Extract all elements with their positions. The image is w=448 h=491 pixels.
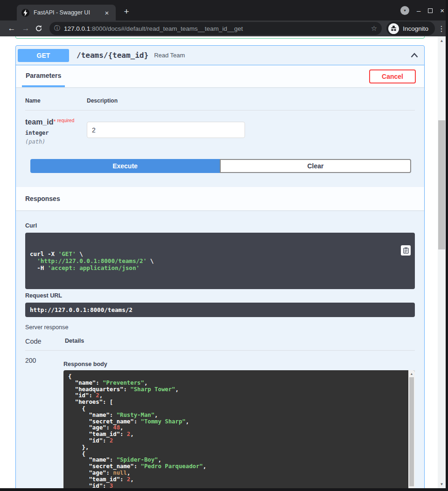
fastapi-favicon-icon xyxy=(21,9,29,17)
window-close-button[interactable]: × xyxy=(440,7,444,14)
endpoint-path: /teams/{team_id} xyxy=(77,51,148,60)
parameters-section-header: Parameters Cancel xyxy=(16,65,424,87)
curl-command: curl -X 'GET' \ 'http://127.0.0.1:8000/t… xyxy=(25,233,415,289)
tab-parameters-label: Parameters xyxy=(26,72,61,79)
scroll-up-icon[interactable]: ▲ xyxy=(408,370,415,375)
url-bar[interactable]: ⓘ 127.0.0.1:8000/docs#/default/read_team… xyxy=(49,22,382,35)
window-edge-bottom xyxy=(0,488,448,491)
responses-body: Curl curl -X 'GET' \ 'http://127.0.0.1:8… xyxy=(16,210,424,491)
page-scroll-up-icon[interactable]: ▲ xyxy=(438,36,446,43)
required-label: required xyxy=(57,118,75,123)
minimize-button[interactable]: – xyxy=(417,7,420,14)
window-edge-right xyxy=(446,0,448,491)
details-column-header: Details xyxy=(65,338,84,345)
response-row: 200 Response body { "name": "Preventers"… xyxy=(25,357,415,491)
clear-button[interactable]: Clear xyxy=(220,159,411,173)
request-url-label: Request URL xyxy=(25,292,415,299)
page-scrollbar[interactable]: ▲ ▼ xyxy=(438,36,446,488)
responses-title: Responses xyxy=(25,195,60,202)
browser-tab[interactable]: FastAPI - Swagger UI × xyxy=(17,5,116,21)
reload-button[interactable] xyxy=(35,25,42,32)
execute-button[interactable]: Execute xyxy=(30,159,220,173)
status-code: 200 xyxy=(25,357,63,491)
team-id-input[interactable] xyxy=(87,122,245,138)
parameters-body: Name Description team_id*required intege… xyxy=(16,87,424,187)
response-scrollbar[interactable]: ▲ xyxy=(408,370,415,491)
parameter-name: team_id xyxy=(25,118,53,126)
response-json: { "name": "Preventers", "headquarters": … xyxy=(63,370,415,491)
tab-title: FastAPI - Swagger UI xyxy=(34,9,103,16)
column-header-name: Name xyxy=(25,97,87,104)
parameter-type: integer xyxy=(25,130,87,136)
copy-to-clipboard-button[interactable] xyxy=(401,245,411,256)
response-body-block: { "name": "Preventers", "headquarters": … xyxy=(63,370,415,491)
previous-endpoint-edge xyxy=(15,36,425,39)
incognito-icon xyxy=(388,23,399,34)
back-button[interactable]: ← xyxy=(5,24,19,33)
method-badge: GET xyxy=(18,49,69,62)
url-host: 127.0.0.1 xyxy=(64,25,90,32)
tab-parameters[interactable]: Parameters xyxy=(22,65,65,87)
page-scroll-down-icon[interactable]: ▼ xyxy=(438,482,446,486)
url-path: :8000/docs#/default/read_team_teams__tea… xyxy=(90,25,243,32)
browser-toolbar: ← → ⓘ 127.0.0.1:8000/docs#/default/read_… xyxy=(0,21,448,36)
response-table-header: Code Details xyxy=(25,338,415,351)
site-info-icon[interactable]: ⓘ xyxy=(54,24,60,33)
clipboard-icon xyxy=(403,247,409,254)
cancel-button[interactable]: Cancel xyxy=(369,69,416,83)
parameter-location: (path) xyxy=(25,138,87,145)
new-tab-button[interactable]: + xyxy=(120,7,133,17)
maximize-button[interactable] xyxy=(428,8,433,13)
page-scrollbar-thumb[interactable] xyxy=(438,120,445,249)
curl-label: Curl xyxy=(25,222,415,229)
code-column-header: Code xyxy=(25,338,65,345)
incognito-label: Incognito xyxy=(403,25,428,32)
tab-close-icon[interactable]: × xyxy=(103,9,111,17)
url-text: 127.0.0.1:8000/docs#/default/read_team_t… xyxy=(64,25,367,32)
bookmark-star-icon[interactable]: ☆ xyxy=(371,24,377,33)
opblock-get-teams: GET /teams/{team_id} Read Team Parameter… xyxy=(15,45,425,491)
endpoint-summary: Read Team xyxy=(154,52,185,59)
server-response-label: Server response xyxy=(25,324,415,331)
response-body-label: Response body xyxy=(63,361,415,367)
tab-search-icon[interactable]: ▼ xyxy=(400,6,409,15)
chevron-down-icon: ▼ xyxy=(403,9,406,13)
request-url-value: http://127.0.0.1:8000/teams/2 xyxy=(25,303,415,317)
browser-tab-strip: FastAPI - Swagger UI × + ▼ – × xyxy=(0,0,448,21)
column-header-description: Description xyxy=(87,97,118,104)
response-scrollbar-thumb[interactable] xyxy=(409,377,414,486)
opblock-header[interactable]: GET /teams/{team_id} Read Team xyxy=(16,46,424,65)
parameter-row: team_id*required integer (path) xyxy=(25,111,415,159)
forward-button[interactable]: → xyxy=(19,24,33,33)
swagger-page: GET /teams/{team_id} Read Team Parameter… xyxy=(0,36,448,491)
incognito-badge[interactable]: Incognito xyxy=(386,21,435,35)
responses-section-header: Responses xyxy=(16,187,424,210)
collapse-chevron-icon[interactable] xyxy=(411,53,418,58)
required-asterisk: * xyxy=(53,118,56,125)
